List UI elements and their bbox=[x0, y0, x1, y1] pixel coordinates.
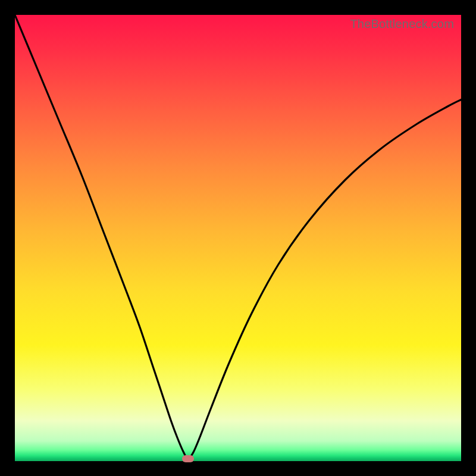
plot-area: TheBottleneck.com bbox=[15, 15, 461, 461]
bottleneck-min-marker bbox=[182, 455, 194, 462]
bottleneck-curve bbox=[15, 15, 461, 461]
